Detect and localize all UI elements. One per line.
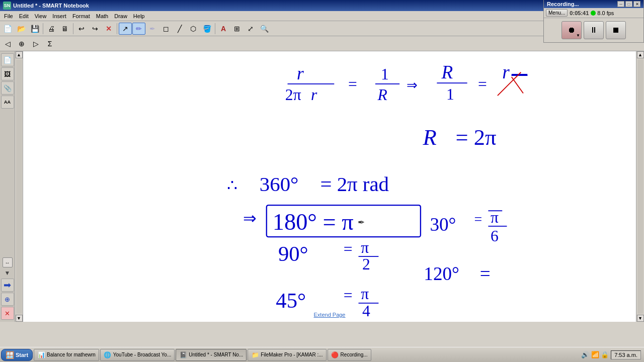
taskbar-icon-filemaker: 📁 <box>251 351 259 359</box>
menu-edit[interactable]: Edit <box>16 13 32 20</box>
extend-page-link[interactable]: Extend Page <box>314 312 346 318</box>
fill-button[interactable]: 🪣 <box>200 23 213 35</box>
menu-help[interactable]: Help <box>130 13 148 20</box>
select-button[interactable]: ↗ <box>119 23 132 35</box>
svg-text:=: = <box>344 287 353 304</box>
print-button[interactable]: 🖨 <box>45 23 58 35</box>
svg-text:r: r <box>311 86 317 104</box>
highlighter-button[interactable]: ✒ <box>146 23 159 35</box>
scroll-down-right-arrow[interactable]: ▼ <box>637 315 644 322</box>
shape-button[interactable]: ⬡ <box>187 23 200 35</box>
page-sorter-tool[interactable]: 📄 <box>1 53 14 66</box>
scroll-down-arrow[interactable]: ▼ <box>16 315 23 322</box>
taskbar-right: 🔊 📶 🔒 7:53 a.m. <box>581 350 643 359</box>
taskbar-label-filemaker: FileMaker Pro - [KAMAR :... <box>261 352 323 357</box>
taskbar-tray-icons: 🔊 📶 🔒 <box>581 351 609 358</box>
system-clock: 7:53 a.m. <box>611 350 641 359</box>
next-page-button[interactable]: ▷ <box>29 38 42 50</box>
taskbar-label-recording: Recording... <box>341 352 368 357</box>
save-button[interactable]: 💾 <box>28 23 41 35</box>
taskbar-icon-recording: 🔴 <box>331 351 339 359</box>
gallery-tool[interactable]: 🖼 <box>1 67 14 80</box>
scroll-up-right-arrow[interactable]: ▲ <box>637 51 644 58</box>
open-button[interactable]: 📂 <box>15 23 28 35</box>
separator4 <box>215 23 215 34</box>
attachments-tool[interactable]: 📎 <box>1 81 14 95</box>
taskbar-item-filemaker[interactable]: 📁 FileMaker Pro - [KAMAR :... <box>248 349 326 361</box>
stop-icon: ⏹ <box>612 26 620 35</box>
canvas-area[interactable]: r 2π r = 1 R ⇒ R 1 = r — R <box>23 51 636 322</box>
pause-button[interactable]: ⏸ <box>584 21 604 39</box>
main-layout: 📄 🖼 📎 AA ↔ ▼ ➡ ⊕ ✕ ▲ ▼ r 2π r = 1 <box>0 51 644 322</box>
svg-text:r: r <box>502 62 510 82</box>
menu-file[interactable]: File <box>1 13 16 20</box>
screen-button[interactable]: 🖥 <box>58 23 71 35</box>
taskbar-item-balance[interactable]: 📊 Balance for mathewm <box>34 349 99 361</box>
table-button[interactable]: ⊞ <box>230 23 244 35</box>
recording-minimize[interactable]: ─ <box>617 1 624 7</box>
start-button[interactable]: 🪟 Start <box>1 349 33 361</box>
new-button[interactable]: 📄 <box>1 23 14 35</box>
svg-text:=: = <box>344 240 353 258</box>
svg-text:=: = <box>474 211 482 227</box>
properties-tool[interactable]: AA <box>1 96 14 109</box>
menu-view[interactable]: View <box>32 13 50 20</box>
prev-page-button[interactable]: ◁ <box>1 38 14 50</box>
taskbar-label-smart: Untitled * - SMART No... <box>189 352 243 357</box>
svg-text:360°: 360° <box>260 173 299 196</box>
svg-text:π: π <box>491 209 499 226</box>
taskbar-item-recording[interactable]: 🔴 Recording... <box>328 349 371 361</box>
recording-close[interactable]: ✕ <box>633 1 640 7</box>
redo-button[interactable]: ↪ <box>89 23 102 35</box>
svg-text:6: 6 <box>491 227 499 245</box>
move-button[interactable]: ⤢ <box>244 23 257 35</box>
svg-text:∴: ∴ <box>227 176 237 195</box>
taskbar-item-youtube[interactable]: 🌐 YouTube - Broadcast Yo... <box>100 349 175 361</box>
recording-menu-button[interactable]: Menu... <box>546 9 568 17</box>
menu-insert[interactable]: Insert <box>49 13 69 20</box>
scroll-track <box>16 59 22 314</box>
record-button[interactable]: ⏺ ▼ <box>561 21 582 39</box>
delete-button[interactable]: ✕ <box>102 23 115 35</box>
scroll-left-panel: ▲ ▼ <box>15 51 23 322</box>
recording-time: 0:05:41 <box>570 10 589 16</box>
svg-text:= 2π: = 2π <box>455 125 496 150</box>
svg-text:120°: 120° <box>424 263 459 284</box>
menu-format[interactable]: Format <box>69 13 93 20</box>
pen-button[interactable]: ✏ <box>132 23 145 35</box>
svg-text:✒: ✒ <box>358 218 365 227</box>
scroll-up-arrow[interactable]: ▲ <box>16 51 23 58</box>
add-page-button[interactable]: ⊕ <box>15 38 28 50</box>
expand-left-button[interactable]: ↔ <box>3 257 13 267</box>
taskbar-label-balance: Balance for mathewm <box>47 352 96 357</box>
svg-text:=: = <box>478 75 487 93</box>
undo-button[interactable]: ↩ <box>75 23 88 35</box>
eraser-button[interactable]: ◻ <box>159 23 173 35</box>
recording-title-text: Recording... <box>547 1 579 7</box>
record-dropdown-arrow: ▼ <box>576 33 580 38</box>
line-button[interactable]: ╱ <box>173 23 186 35</box>
text-button[interactable]: A <box>217 23 230 35</box>
sigma-button[interactable]: Σ <box>43 38 56 50</box>
svg-text:90°: 90° <box>278 242 308 265</box>
zoom-button[interactable]: 🔍 <box>258 23 271 35</box>
menu-math[interactable]: Math <box>93 13 111 20</box>
svg-text:⇒: ⇒ <box>407 78 418 93</box>
recording-restore[interactable]: □ <box>625 1 632 7</box>
menu-draw[interactable]: Draw <box>111 13 130 20</box>
svg-text:4: 4 <box>362 302 370 320</box>
start-icon: 🪟 <box>6 351 14 359</box>
scroll-right-panel: ▲ ▼ <box>636 51 644 322</box>
taskbar-item-smart[interactable]: 📓 Untitled * - SMART No... <box>176 349 247 361</box>
remove-button[interactable]: ✕ <box>1 307 14 320</box>
add-content-button[interactable]: ⊕ <box>1 293 14 306</box>
scroll-down-button[interactable]: ▼ <box>4 268 12 278</box>
svg-text:= 2π rad: = 2π rad <box>320 173 389 196</box>
record-icon: ⏺ <box>568 26 576 35</box>
svg-text:⇒: ⇒ <box>243 210 257 227</box>
svg-text:180° = π: 180° = π <box>273 209 354 235</box>
nav-forward-button[interactable]: ➡ <box>1 279 14 292</box>
stop-button[interactable]: ⏹ <box>606 21 626 39</box>
recording-title-bar: Recording... ─ □ ✕ <box>544 0 643 8</box>
svg-text:2π: 2π <box>285 86 301 104</box>
